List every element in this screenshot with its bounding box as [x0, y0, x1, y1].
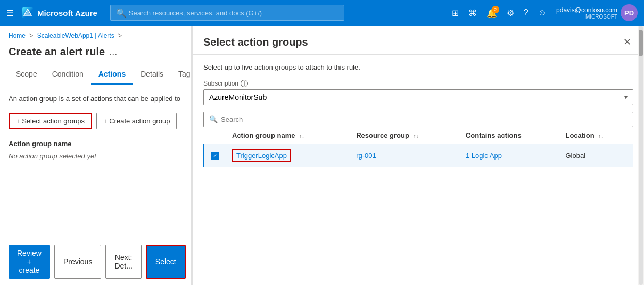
subscription-dropdown[interactable]: AzureMonitorSub ▾	[203, 89, 633, 105]
action-group-name-label: Action group name	[9, 140, 183, 148]
search-input[interactable]	[129, 9, 338, 17]
search-icon: 🔍	[209, 115, 218, 123]
tab-scope[interactable]: Scope	[9, 64, 45, 85]
table-header-contains-actions: Contains actions	[459, 127, 559, 144]
panel-content: Select up to five action groups to attac…	[193, 55, 644, 285]
tab-details[interactable]: Details	[133, 64, 171, 85]
row-checkbox-cell[interactable]: ✓	[204, 144, 226, 167]
previous-button[interactable]: Previous	[54, 245, 101, 279]
search-icon: 🔍	[116, 8, 127, 18]
no-action-selected-text: No action group selected yet	[9, 152, 183, 160]
top-navigation: ☰ Microsoft Azure 🔍 ⊞ ⌘ 🔔 2 ⚙ ? ☺ pdavis…	[0, 0, 644, 26]
table-header-location[interactable]: Location ↑↓	[559, 127, 633, 144]
subscription-value: AzureMonitorSub	[209, 93, 267, 102]
dashboard-icon[interactable]: ⊞	[449, 6, 462, 20]
action-buttons: + Select action groups + Create action g…	[9, 113, 183, 129]
feedback-icon[interactable]: ☺	[535, 6, 550, 20]
table-header-resource-group[interactable]: Resource group ↑↓	[350, 127, 459, 144]
left-content: An action group is a set of actions that…	[0, 85, 191, 238]
subscription-info-icon[interactable]: i	[241, 80, 248, 87]
global-search[interactable]: 🔍	[110, 5, 344, 21]
user-email: pdavis@contoso.com	[556, 6, 617, 14]
left-panel: Home > ScaleableWebApp1 | Alerts > Creat…	[0, 26, 192, 285]
user-menu[interactable]: pdavis@contoso.com MICROSOFT PD	[556, 4, 638, 21]
hamburger-menu[interactable]: ☰	[6, 8, 14, 18]
action-group-name-link[interactable]: TriggerLogicApp	[232, 149, 291, 162]
create-action-group-button[interactable]: + Create action group	[96, 113, 177, 129]
page-title: Create an alert rule	[9, 46, 105, 58]
action-groups-table: Action group name ↑↓ Resource group ↑↓ C…	[203, 127, 633, 167]
brand: Microsoft Azure	[22, 7, 97, 18]
search-input[interactable]	[221, 115, 628, 123]
table-header-name[interactable]: Action group name ↑↓	[226, 127, 350, 144]
panel-subtitle: Select up to five action groups to attac…	[203, 63, 633, 71]
user-tenant: MICROSOFT	[556, 14, 617, 20]
cloudshell-icon[interactable]: ⌘	[465, 6, 480, 20]
next-button[interactable]: Next: Det...	[105, 245, 141, 279]
select-button[interactable]: Select	[146, 245, 186, 279]
sort-name-icon[interactable]: ↑↓	[299, 133, 304, 139]
azure-logo	[22, 7, 33, 18]
breadcrumb-home[interactable]: Home	[9, 32, 26, 39]
review-create-button[interactable]: Review + create	[9, 245, 50, 279]
row-name: TriggerLogicApp	[226, 144, 350, 167]
nav-icons: ⊞ ⌘ 🔔 2 ⚙ ? ☺ pdavis@contoso.com MICROSO…	[449, 4, 638, 21]
breadcrumb: Home > ScaleableWebApp1 | Alerts >	[0, 26, 191, 44]
contains-actions-link[interactable]: 1 Logic App	[466, 152, 502, 160]
page-title-row: Create an alert rule ...	[0, 44, 191, 64]
action-groups-table-container: Action group name ↑↓ Resource group ↑↓ C…	[203, 127, 633, 167]
scrollbar[interactable]	[638, 26, 644, 285]
table-header: Action group name ↑↓ Resource group ↑↓ C…	[204, 127, 633, 144]
tab-actions[interactable]: Actions	[91, 64, 133, 85]
help-icon[interactable]: ?	[521, 6, 532, 20]
notifications-icon[interactable]: 🔔 2	[483, 6, 500, 20]
row-resource-group: rg-001	[350, 144, 459, 167]
tab-condition[interactable]: Condition	[45, 64, 91, 85]
dropdown-arrow-icon: ▾	[624, 94, 628, 101]
app-title: Microsoft Azure	[37, 9, 97, 18]
main-container: Home > ScaleableWebApp1 | Alerts > Creat…	[0, 26, 644, 285]
row-contains-actions: 1 Logic App	[459, 144, 559, 167]
breadcrumb-alerts[interactable]: ScaleableWebApp1 | Alerts	[37, 32, 114, 39]
sort-location-icon[interactable]: ↑↓	[598, 133, 604, 139]
select-action-groups-button[interactable]: + Select action groups	[9, 113, 92, 129]
sort-rg-icon[interactable]: ↑↓	[413, 133, 418, 139]
user-avatar[interactable]: PD	[621, 4, 638, 21]
subscription-field: Subscription i AzureMonitorSub ▾	[203, 80, 633, 105]
tab-bar: Scope Condition Actions Details Tags	[0, 64, 191, 85]
table-body: ✓ TriggerLogicApp rg-001 1 Logic App	[204, 144, 633, 167]
checkbox-checked-icon[interactable]: ✓	[211, 152, 219, 160]
notification-badge: 2	[492, 6, 499, 13]
table-row[interactable]: ✓ TriggerLogicApp rg-001 1 Logic App	[204, 144, 633, 167]
action-group-search[interactable]: 🔍	[203, 112, 633, 127]
resource-group-link[interactable]: rg-001	[356, 152, 376, 160]
right-panel: Select action groups ✕ Select up to five…	[192, 26, 644, 285]
panel-header: Select action groups ✕	[193, 26, 644, 55]
panel-title: Select action groups	[203, 36, 308, 48]
more-options-icon[interactable]: ...	[109, 46, 117, 57]
table-header-checkbox	[204, 127, 226, 144]
settings-icon[interactable]: ⚙	[503, 6, 517, 20]
close-panel-button[interactable]: ✕	[621, 34, 633, 50]
bottom-bar: Review + create Previous Next: Det... Se…	[0, 238, 191, 285]
subscription-label: Subscription i	[203, 80, 633, 87]
action-group-description: An action group is a set of actions that…	[9, 94, 183, 104]
tab-tags[interactable]: Tags	[171, 64, 192, 85]
scroll-thumb[interactable]	[639, 30, 643, 56]
row-location: Global	[559, 144, 633, 167]
